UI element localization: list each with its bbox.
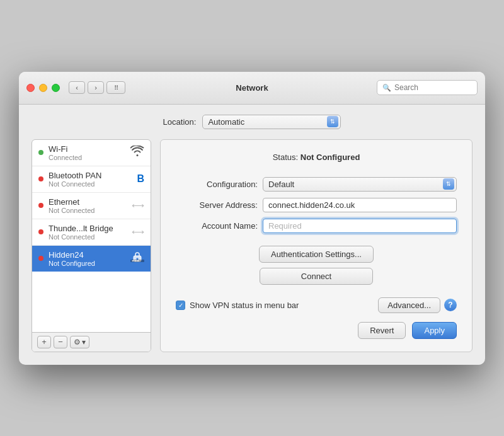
remove-network-button[interactable]: − [54, 336, 67, 348]
status-label: Status: [273, 152, 298, 162]
account-name-label: Account Name: [176, 221, 258, 231]
status-row: Status: Not Configured [176, 152, 457, 162]
auth-settings-button[interactable]: Authentication Settings... [259, 246, 374, 263]
hidden24-info: Hidden24 Not Configured [49, 250, 125, 267]
detail-panel: Status: Not Configured Configuration: De… [160, 139, 472, 352]
sidebar-item-wifi[interactable]: Wi-Fi Connected [32, 140, 151, 166]
location-select-wrapper: Automatic Home Work ⇅ [202, 115, 341, 129]
window-title: Network [236, 83, 268, 93]
checkbox-check-icon: ✓ [178, 302, 183, 309]
connect-button[interactable]: Connect [260, 268, 373, 285]
forward-button[interactable]: › [88, 81, 104, 94]
network-window: ‹ › ⠿ Network 🔍 Location: Automatic Home… [19, 72, 485, 365]
wifi-status: Connected [49, 154, 125, 161]
traffic-lights [26, 84, 60, 92]
show-vpn-label: Show VPN status in menu bar [190, 301, 299, 310]
ethernet-icon: ⟷ [132, 200, 144, 210]
grid-button[interactable]: ⠿ [106, 81, 125, 94]
search-icon: 🔍 [382, 84, 391, 92]
wifi-name: Wi-Fi [49, 144, 125, 154]
ethernet-status-dot [38, 203, 43, 208]
bottom-options: ✓ Show VPN status in menu bar Advanced..… [176, 297, 457, 313]
advanced-button[interactable]: Advanced... [378, 297, 440, 313]
ethernet-status: Not Connected [49, 207, 127, 214]
thunderbolt-status-dot [38, 229, 43, 234]
sidebar-list: Wi-Fi Connected [32, 140, 151, 332]
sidebar-item-ethernet[interactable]: Ethernet Not Connected ⟷ [32, 193, 151, 219]
sidebar-toolbar: + − ⚙ ▾ [32, 332, 151, 352]
configuration-label: Configuration: [176, 180, 258, 189]
show-vpn-checkbox[interactable]: ✓ [176, 301, 185, 310]
hidden24-status: Not Configured [49, 260, 125, 267]
search-box[interactable]: 🔍 [377, 80, 478, 95]
bottom-bar: Revert Apply [176, 322, 457, 339]
thunderbolt-status: Not Connected [49, 233, 127, 241]
sidebar-item-bluetooth[interactable]: Bluetooth PAN Not Connected B [32, 166, 151, 193]
location-label: Location: [163, 117, 197, 127]
account-name-input[interactable] [263, 219, 457, 233]
advanced-group: Advanced... ? [378, 297, 457, 313]
wifi-icon [130, 146, 144, 160]
sidebar-item-thunderbolt[interactable]: Thunde...lt Bridge Not Connected ⟷ [32, 219, 151, 246]
bluetooth-name: Bluetooth PAN [49, 171, 132, 180]
sidebar: Wi-Fi Connected [32, 139, 151, 352]
ethernet-name: Ethernet [49, 197, 127, 207]
status-value: Not Configured [301, 152, 360, 162]
bluetooth-info: Bluetooth PAN Not Connected [49, 171, 132, 188]
network-settings-button[interactable]: ⚙ ▾ [70, 336, 89, 348]
status-text: Status: Not Configured [273, 152, 360, 162]
content-area: Location: Automatic Home Work ⇅ Wi-Fi [19, 105, 485, 365]
thunderbolt-icon: ⟷ [132, 227, 144, 237]
hidden24-name: Hidden24 [49, 250, 125, 260]
bluetooth-status-dot [38, 176, 43, 181]
main-area: Wi-Fi Connected [32, 139, 472, 352]
server-address-row: Server Address: [176, 198, 457, 212]
apply-button[interactable]: Apply [412, 322, 457, 339]
gear-icon: ⚙ [74, 338, 81, 347]
back-button[interactable]: ‹ [69, 81, 85, 94]
minimize-button[interactable] [39, 84, 47, 92]
show-vpn-checkbox-row: ✓ Show VPN status in menu bar [176, 301, 299, 310]
bluetooth-status: Not Connected [49, 180, 132, 188]
configuration-select[interactable]: Default Custom [263, 177, 457, 192]
location-row: Location: Automatic Home Work ⇅ [32, 115, 472, 129]
gear-chevron-icon: ▾ [82, 338, 86, 347]
server-address-input[interactable] [263, 198, 457, 212]
action-buttons: Authentication Settings... Connect [176, 246, 457, 285]
revert-button[interactable]: Revert [358, 322, 406, 339]
maximize-button[interactable] [52, 84, 60, 92]
location-select[interactable]: Automatic Home Work [202, 115, 341, 129]
close-button[interactable] [26, 84, 35, 92]
hidden24-status-dot [38, 256, 43, 261]
ethernet-info: Ethernet Not Connected [49, 197, 127, 214]
help-button[interactable]: ? [444, 299, 457, 311]
vpn-form: Configuration: Default Custom ⇅ Server A… [176, 177, 457, 233]
thunderbolt-name: Thunde...lt Bridge [49, 224, 127, 233]
configuration-select-wrapper: Default Custom ⇅ [263, 177, 457, 192]
bluetooth-icon: B [137, 173, 144, 185]
wifi-status-dot [38, 150, 43, 155]
vpn-icon [130, 251, 144, 266]
add-network-button[interactable]: + [37, 336, 51, 348]
sidebar-item-hidden24[interactable]: Hidden24 Not Configured [32, 246, 151, 272]
titlebar: ‹ › ⠿ Network 🔍 [19, 72, 485, 105]
wifi-info: Wi-Fi Connected [49, 144, 125, 161]
configuration-row: Configuration: Default Custom ⇅ [176, 177, 457, 192]
search-input[interactable] [394, 83, 472, 92]
account-name-row: Account Name: [176, 219, 457, 233]
server-address-label: Server Address: [176, 200, 258, 210]
nav-buttons: ‹ › [69, 81, 104, 94]
thunderbolt-info: Thunde...lt Bridge Not Connected [49, 224, 127, 241]
